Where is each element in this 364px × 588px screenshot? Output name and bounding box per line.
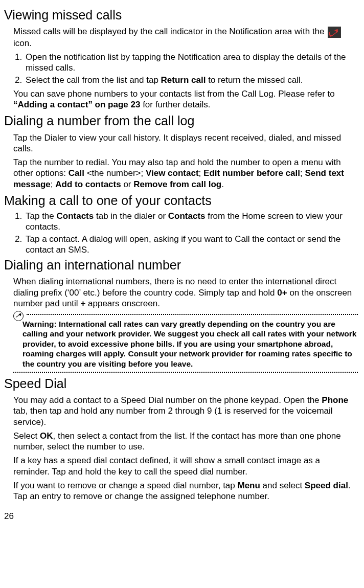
menu-remove-log: Remove from call log (133, 179, 221, 189)
divider (13, 372, 358, 373)
text: Select the call from the list and tap (26, 75, 161, 85)
return-call-label: Return call (161, 75, 206, 85)
missed-calls-intro: Missed calls will be displayed by the ca… (13, 26, 358, 49)
text: for further details. (140, 100, 210, 109)
missed-calls-footer: You can save phone numbers to your conta… (13, 88, 358, 110)
key-zero-plus: 0+ (277, 288, 287, 298)
warning-icon (13, 311, 24, 321)
text: tab, then tap and hold any number from 2… (13, 406, 333, 426)
list-item: Tap a contact. A dialog will open, askin… (25, 234, 358, 256)
missed-calls-steps: Open the notification list by tapping th… (13, 52, 358, 85)
text: You can save phone numbers to your conta… (13, 89, 335, 99)
text: appears onscreen. (85, 299, 160, 308)
menu-call: Call (69, 168, 84, 178)
text: . (221, 179, 224, 189)
menu-view-contact: View contact (146, 168, 199, 178)
text: Select (13, 431, 40, 441)
list-item: Select the call from the list and tap Re… (25, 75, 358, 85)
phone-tab-label: Phone (322, 395, 348, 405)
contacts-tab-label: Contacts (57, 211, 94, 221)
text: ; (51, 179, 55, 189)
text: tab in the dialer or (94, 211, 168, 221)
text: and select (260, 481, 305, 490)
speed-dial-p3: If a key has a speed dial contact define… (13, 455, 358, 477)
heading-call-log: Dialing a number from the call log (4, 113, 358, 129)
text: to return the missed call. (206, 75, 303, 85)
page-number: 26 (4, 511, 358, 522)
text: <the number>; (84, 168, 146, 178)
ok-button-label: OK (40, 431, 53, 441)
heading-speed-dial: Speed Dial (4, 376, 358, 392)
missed-call-icon (328, 27, 341, 38)
contacts-call-steps: Tap the Contacts tab in the dialer or Co… (13, 211, 358, 255)
heading-missed-calls: Viewing missed calls (4, 7, 358, 23)
warning-text: Warning: International call rates can va… (22, 319, 358, 369)
text: , then select a contact from the list. I… (13, 431, 341, 451)
divider (27, 314, 358, 317)
menu-button-label: Menu (238, 481, 260, 490)
speed-dial-p1: You may add a contact to a Speed Dial nu… (13, 395, 358, 427)
text: You may add a contact to a Speed Dial nu… (13, 395, 322, 405)
menu-add-contacts: Add to contacts (55, 179, 121, 189)
call-log-p2: Tap the number to redial. You may also t… (13, 157, 358, 190)
speed-dial-p4: If you want to remove or change a speed … (13, 480, 358, 502)
intl-p1: When dialing international numbers, ther… (13, 276, 358, 309)
contacts-app-label: Contacts (168, 211, 206, 221)
speed-dial-p2: Select OK, then select a contact from th… (13, 431, 358, 453)
text: or (121, 179, 134, 189)
heading-international: Dialing an international number (4, 257, 358, 273)
list-item: Tap the Contacts tab in the dialer or Co… (25, 211, 358, 233)
text: ; (199, 168, 203, 178)
text: icon. (13, 38, 32, 48)
list-item: Open the notification list by tapping th… (25, 52, 358, 74)
plus-symbol: + (80, 299, 85, 308)
cross-ref-link: “Adding a contact” on page 23 (13, 100, 140, 109)
text: If you want to remove or change a speed … (13, 481, 238, 490)
warning-box: Warning: International call rates can va… (13, 314, 358, 373)
call-log-p1: Tap the Dialer to view your call history… (13, 132, 358, 154)
heading-contacts-call: Making a call to one of your contacts (4, 193, 358, 209)
speed-dial-menu-label: Speed dial (305, 481, 348, 490)
text: Missed calls will be displayed by the ca… (13, 27, 327, 36)
text: Tap the (26, 211, 57, 221)
menu-edit-number: Edit number before call (203, 168, 300, 178)
